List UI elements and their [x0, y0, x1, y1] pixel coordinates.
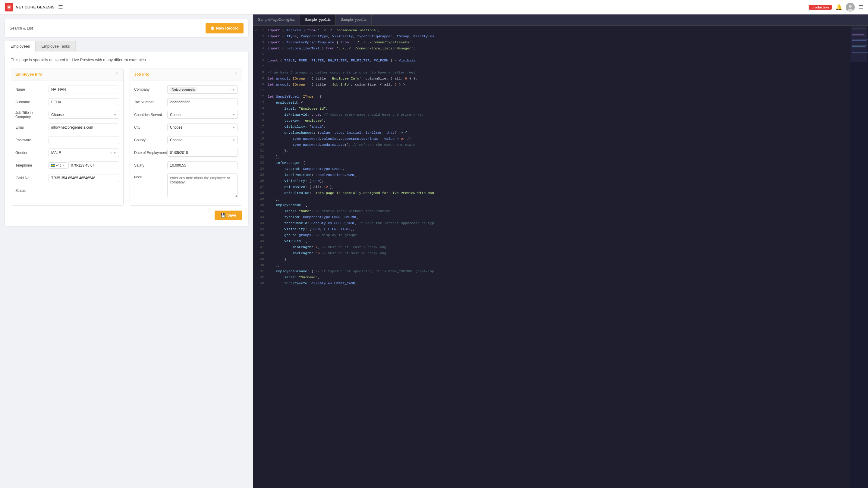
company-clear-icon[interactable]: ×	[229, 88, 231, 91]
job-info-body: Company Netcoregenesis ×	[130, 80, 242, 205]
code-line-12: 12 let SampleType1: IType = {	[253, 94, 850, 100]
line-code-35: group: group1, // display in group1	[268, 233, 850, 237]
iban-row: IBAN No	[16, 173, 119, 183]
line-code-8: // We have 2 groups to gather components…	[268, 70, 850, 74]
county-select[interactable]: Choose	[167, 136, 238, 144]
name-input[interactable]	[49, 86, 119, 93]
company-label: Company	[134, 87, 167, 92]
topnav-left: NET CORE GENESIS ☰	[5, 3, 63, 11]
date-input[interactable]	[167, 149, 238, 157]
line-code-15: isPrimaryId: true, // Almost every page …	[268, 113, 850, 117]
code-line-43: 43 forceCaseTo: CaseStyles.UPPER_CASE,	[253, 281, 850, 287]
line-num-33: 33	[259, 221, 268, 225]
line-code-24: typeInd: ComponentType.LABEL,	[268, 167, 850, 171]
line-num-18: 18	[259, 131, 268, 134]
gender-select[interactable]: MALE × ▼	[49, 149, 119, 157]
code-line-25: 25 labelPosition: LabelPositions.NONE,	[253, 173, 850, 178]
tax-number-input[interactable]	[167, 98, 238, 106]
search-bar: Search & List ⊕ New Record	[5, 19, 248, 37]
iban-control	[49, 174, 119, 182]
code-line-34: 34 visibility: [FORM, FILTER, TABLE],	[253, 227, 850, 233]
new-record-button[interactable]: ⊕ New Record	[206, 23, 244, 33]
telephone-input[interactable]	[68, 161, 119, 169]
save-button[interactable]: 💾 Save	[215, 210, 242, 220]
plus-icon: ⊕	[210, 25, 214, 31]
editor-body: ✓ 1 import { Regexes } from '../../../co…	[253, 26, 850, 488]
editor-tab-sampletype1[interactable]: SampleType1.ts	[300, 14, 336, 25]
line-num-40: 40	[259, 263, 268, 267]
line-num-9: 9	[259, 76, 268, 80]
job-title-control: Choose ▼	[49, 111, 119, 119]
code-line-7: 7	[253, 64, 850, 70]
line-code-28: defaultValue: "This page is specially de…	[268, 191, 850, 195]
status-label: Status	[16, 189, 49, 193]
iban-input[interactable]	[49, 174, 119, 182]
avatar[interactable]	[846, 3, 855, 12]
line-code-13: employeeId: {	[268, 101, 850, 104]
code-line-16: 16 typeKey: 'employee',	[253, 119, 850, 124]
code-line-4: 4 import { getLocalizedText } from '../.…	[253, 46, 850, 52]
city-select[interactable]: Choose	[167, 124, 238, 131]
line-num-10: 10	[259, 83, 268, 86]
notification-icon[interactable]: 🔔	[835, 4, 842, 10]
code-line-33: 33 forceCaseTo: CaseStyles.UPPER_CASE, /…	[253, 221, 850, 227]
code-line-35: 35 group: group1, // display in group1	[253, 233, 850, 239]
svg-rect-24	[850, 26, 867, 62]
county-label: County	[134, 138, 167, 142]
company-tag-label: Netcoregenesis	[172, 88, 195, 91]
line-code-22: },	[268, 155, 850, 159]
line-num-38: 38	[259, 251, 268, 255]
code-line-19: 19 type.password.valRules.acceptEmptyStr…	[253, 136, 850, 142]
hamburger-icon[interactable]: ☰	[58, 4, 63, 10]
line-num-30: 30	[259, 203, 268, 207]
note-label: Note	[134, 173, 167, 179]
company-tags: Netcoregenesis	[170, 87, 229, 92]
note-textarea[interactable]	[167, 173, 238, 197]
line-code-9: let group1: IGroup = { title: 'Employee …	[268, 76, 850, 80]
editor-tab-pageconfig[interactable]: SamplePageConfig.tsx	[253, 14, 300, 25]
company-select[interactable]: Netcoregenesis × ▼	[167, 85, 238, 94]
svg-point-2	[849, 5, 852, 8]
salary-label: Salary	[134, 163, 167, 167]
code-line-13: 13 employeeId: {	[253, 100, 850, 106]
company-tag: Netcoregenesis	[170, 87, 196, 92]
password-input[interactable]	[49, 136, 119, 144]
line-num-26: 26	[259, 179, 268, 183]
job-info-collapse[interactable]: ⌃	[234, 71, 238, 77]
code-line-39: 39 }	[253, 257, 850, 263]
line-code-16: typeKey: 'employee',	[268, 119, 850, 123]
tab-employee-tasks[interactable]: Employee Tasks	[36, 41, 75, 52]
password-control	[49, 136, 119, 144]
email-input[interactable]	[49, 124, 119, 131]
surname-control	[49, 98, 119, 106]
surname-row: Surname	[16, 97, 119, 107]
password-row: Password	[16, 135, 119, 145]
job-title-select[interactable]: Choose	[49, 111, 119, 119]
gender-clear-icon[interactable]: ×	[110, 151, 112, 155]
line-check-1: ✓	[253, 28, 259, 32]
surname-input[interactable]	[49, 98, 119, 106]
email-control	[49, 124, 119, 131]
page-container: Search & List ⊕ New Record Employees Emp…	[0, 14, 868, 488]
countries-label: Countries Served	[134, 113, 167, 117]
line-num-20: 20	[259, 143, 268, 147]
telephone-flag[interactable]: 🇸🇪 +46 ▼	[49, 162, 67, 169]
job-info-panel: Job Info ⌃ Company Netcoregenes	[130, 68, 242, 206]
employee-info-body: Name Surname	[11, 80, 123, 203]
line-code-18: onValueChanged: (value, type, initial, i…	[268, 131, 850, 135]
line-code-40: },	[268, 263, 850, 267]
code-line-28: 28 defaultValue: "This page is specially…	[253, 191, 850, 197]
employee-info-header: Employee Info ⌃	[11, 68, 123, 80]
code-line-26: 26 visibility: [FORM],	[253, 178, 850, 185]
countries-select[interactable]: Choose	[167, 111, 238, 119]
editor-tab-sampletype2[interactable]: SampleType2.ts	[336, 14, 372, 25]
employee-info-collapse[interactable]: ⌃	[115, 71, 119, 77]
code-line-9: 9 let group1: IGroup = { title: 'Employe…	[253, 76, 850, 82]
line-code-3: import { ParameterOptionTemplate } from …	[268, 40, 850, 44]
line-code-39: }	[268, 257, 850, 261]
right-menu-icon[interactable]: ☰	[858, 4, 863, 10]
tab-employees[interactable]: Employees	[5, 41, 36, 52]
salary-input[interactable]	[167, 161, 238, 169]
code-line-37: 37 minLength: 2, // must be at least 2 c…	[253, 245, 850, 251]
line-num-11: 11	[259, 89, 268, 92]
